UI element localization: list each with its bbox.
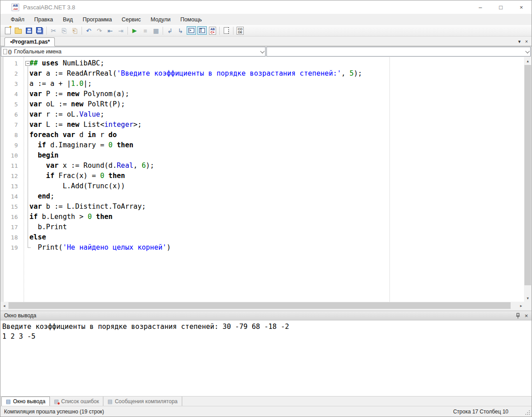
horizontal-scroll-thumb[interactable] (8, 302, 511, 309)
resize-grip[interactable] (525, 410, 530, 415)
code-line[interactable]: 5var oL := new PolRt(P); (0, 99, 525, 109)
output-line: Введите коэффициенты в порядке возрастан… (2, 322, 532, 332)
fold-line-end (28, 247, 31, 248)
save-button[interactable] (24, 26, 34, 36)
tab-list-dropdown-icon[interactable]: ▾ (518, 39, 521, 44)
scroll-left-icon[interactable]: ◂ (0, 302, 8, 309)
output-window-icon: ▤ (6, 399, 11, 404)
braces-icon: {} (8, 49, 12, 54)
compile-button[interactable]: ▦ (151, 26, 161, 36)
scope-combobox[interactable]: {} Глобальные имена (1, 47, 266, 57)
output-console[interactable]: Введите коэффициенты в порядке возрастан… (0, 320, 532, 396)
code-line[interactable]: 10 begin (0, 150, 525, 161)
code-line[interactable]: 1## uses NumLibABC; (0, 58, 525, 69)
window-controls: – □ × (470, 0, 532, 14)
copy-button-glyph: ⎘ (61, 28, 66, 34)
horizontal-scrollbar[interactable]: ◂ ▸ (0, 302, 525, 309)
bottom-tab-2[interactable]: ▤Список ошибок (50, 397, 103, 406)
minimize-button[interactable]: – (470, 0, 491, 14)
vertical-scrollbar[interactable]: ▴ ▾ (524, 57, 532, 302)
menu-item-1[interactable]: Файл (6, 16, 29, 23)
bottom-tab-1[interactable]: ▤Окно вывода (1, 397, 50, 406)
console-window-toggle[interactable]: > (186, 26, 196, 36)
app-window: AB .net PascalABC.NET 3.8 – □ × ФайлПрав… (0, 0, 532, 417)
code-line[interactable]: 3a := a + |1.0|; (0, 79, 525, 89)
scrollbar-corner (524, 302, 532, 309)
code-line[interactable]: 4var P := new Polynom(a); (0, 89, 525, 99)
line-number: 3 (0, 79, 18, 89)
indent-decrease-button-glyph: ↲ (167, 28, 172, 34)
text-window-toggle[interactable]: I (196, 26, 207, 36)
menu-item-4[interactable]: Программа (78, 16, 117, 23)
code-line[interactable]: 2var a := ReadArrReal('Введите коэффицие… (0, 69, 525, 79)
menu-item-7[interactable]: Помощь (176, 16, 207, 23)
undo-button[interactable]: ↶ (83, 26, 94, 36)
snippet-page-button[interactable] (221, 26, 232, 36)
scroll-up-icon[interactable]: ▴ (524, 57, 532, 65)
code-line[interactable]: 6var r := oL.Value; (0, 109, 525, 120)
code-text: if b.Length > 0 then (29, 212, 113, 222)
abc-converter-button[interactable]: ABC+ (207, 26, 218, 36)
menu-item-2[interactable]: Правка (29, 16, 58, 23)
abc-converter-button-glyph: ABC+ (209, 27, 216, 35)
nav-forward-button[interactable]: ⇥ (115, 26, 126, 36)
bottom-tab-3[interactable]: ▤Сообщения компилятора (103, 397, 182, 406)
window-title: PascalABC.NET 3.8 (23, 4, 75, 11)
copy-button[interactable]: ⎘ (59, 26, 70, 36)
save-all-button[interactable] (34, 26, 45, 36)
code-line[interactable]: 19 Print('Не найдено целых корней') (0, 243, 525, 253)
code-line[interactable]: 16if b.Length > 0 then (0, 212, 525, 222)
text-window-toggle-frame: I (197, 26, 207, 35)
code-line[interactable]: 14 end; (0, 191, 525, 202)
code-line[interactable]: 13 L.Add(Trunc(x)) (0, 181, 525, 191)
snippet-page-button-glyph (224, 27, 229, 34)
output-panel-title: Окно вывода (4, 312, 37, 319)
status-bar: Компиляция прошла успешно (19 строк) Стр… (0, 406, 532, 417)
code-template-button[interactable]: CODE (235, 26, 246, 36)
code-line[interactable]: 8foreach var d in r do (0, 130, 525, 140)
compiler-messages-icon: ▤ (107, 399, 112, 404)
tab-program1[interactable]: •Program1.pas* (4, 37, 55, 46)
pin-icon[interactable] (516, 313, 520, 319)
code-line[interactable]: 18else (0, 232, 525, 243)
cut-button[interactable]: ✂ (48, 26, 59, 36)
tab-close-icon[interactable]: × (525, 39, 528, 44)
stop-button: ■ (140, 26, 151, 36)
fold-toggle-icon[interactable]: − (25, 61, 30, 66)
line-number: 17 (0, 222, 18, 232)
menu-item-3[interactable]: Вид (58, 16, 78, 23)
menu-item-5[interactable]: Сервис (117, 16, 146, 23)
menu-item-6[interactable]: Модули (146, 16, 176, 23)
scroll-down-icon[interactable]: ▾ (524, 294, 532, 302)
code-text: begin (29, 150, 58, 161)
new-file-button-glyph (5, 27, 11, 34)
open-button-glyph (15, 29, 22, 34)
output-close-icon[interactable]: × (524, 313, 528, 319)
output-panel-header: Окно вывода × (0, 311, 532, 320)
redo-button[interactable]: ↷ (94, 26, 105, 36)
code-line[interactable]: 7var L := new List<integer>; (0, 120, 525, 130)
code-editor[interactable]: 1## uses NumLibABC;2var a := ReadArrReal… (0, 57, 525, 302)
nav-back-button[interactable]: ⇤ (105, 26, 115, 36)
vertical-scroll-thumb[interactable] (524, 65, 531, 285)
code-text: var a := ReadArrReal('Введите коэффициен… (29, 69, 362, 79)
code-line[interactable]: 15var b := L.Distinct.ToArray; (0, 202, 525, 212)
close-button[interactable]: × (511, 0, 532, 14)
paste-button-glyph: ⎗ (72, 28, 77, 34)
maximize-button[interactable]: □ (491, 0, 511, 14)
paste-button[interactable]: ⎗ (70, 26, 80, 36)
indent-increase-button[interactable]: ↳ (175, 26, 186, 36)
navigator-row: {} Глобальные имена (0, 46, 532, 57)
undo-button-glyph: ↶ (86, 28, 91, 34)
members-combobox[interactable] (266, 47, 531, 57)
new-file-button[interactable] (2, 26, 13, 36)
code-line[interactable]: 11 var x := Round(d.Real, 6); (0, 161, 525, 171)
indent-decrease-button[interactable]: ↲ (164, 26, 175, 36)
code-line[interactable]: 9 if d.Imaginary = 0 then (0, 140, 525, 150)
run-button[interactable]: ▶ (129, 26, 140, 36)
chevron-down-icon[interactable] (525, 49, 530, 53)
code-line[interactable]: 12 if Frac(x) = 0 then (0, 171, 525, 181)
chevron-down-icon[interactable] (260, 49, 265, 53)
open-button[interactable] (13, 26, 24, 36)
code-line[interactable]: 17 b.Print (0, 222, 525, 232)
